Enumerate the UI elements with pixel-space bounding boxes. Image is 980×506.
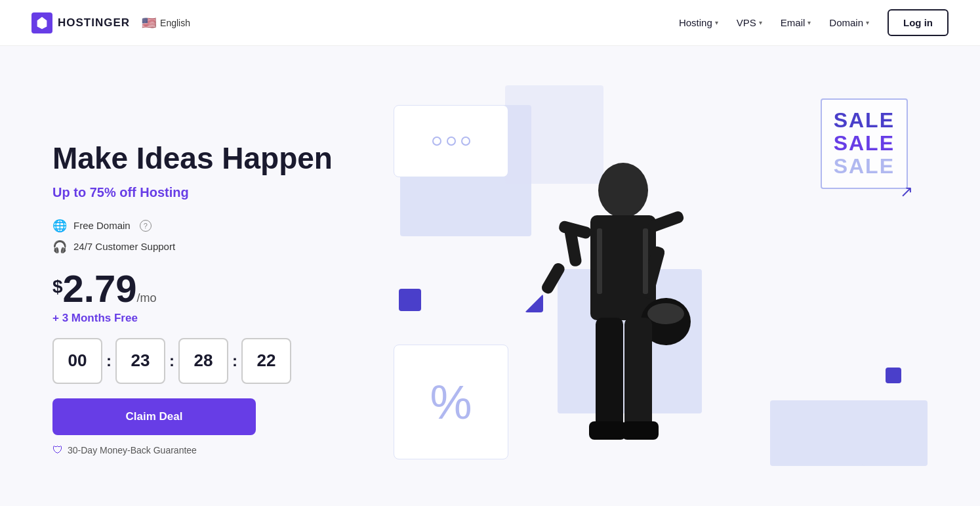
- browser-dot-2: [447, 137, 456, 146]
- countdown-timer: 00 : 23 : 28 : 13: [52, 338, 367, 384]
- browser-dot-1: [432, 137, 441, 146]
- nav-domain[interactable]: Domain ▾: [829, 17, 869, 28]
- sale-text-3: SALE: [834, 155, 895, 178]
- sale-text-1: SALE: [834, 109, 895, 132]
- chevron-down-icon: ▾: [866, 19, 869, 26]
- browser-card: [394, 105, 508, 177]
- nav-left: HOSTINGER 🇺🇸 English: [31, 12, 190, 33]
- svg-point-7: [647, 303, 684, 324]
- lang-label: English: [160, 18, 190, 28]
- nav-hosting[interactable]: Hosting ▾: [679, 17, 718, 28]
- price-block: $2.79/mo: [52, 270, 367, 308]
- hero-title: Make Ideas Happen: [52, 141, 367, 176]
- flag-icon: 🇺🇸: [142, 16, 156, 30]
- timer-centiseconds: 13: [241, 338, 291, 384]
- timer-minutes: 23: [115, 338, 165, 384]
- feature-support: 🎧 24/7 Customer Support: [52, 240, 367, 254]
- price-display: $2.79/mo: [52, 267, 156, 310]
- timer-hours: 00: [52, 338, 102, 384]
- svg-rect-11: [622, 421, 659, 440]
- svg-rect-10: [589, 421, 626, 440]
- question-icon[interactable]: ?: [140, 220, 152, 232]
- sale-text-2: SALE: [834, 132, 895, 155]
- chevron-down-icon: ▾: [759, 19, 762, 26]
- timer-separator: :: [169, 352, 174, 370]
- svg-point-1: [598, 163, 648, 218]
- claim-deal-button[interactable]: Claim Deal: [52, 398, 256, 435]
- svg-rect-15: [540, 261, 567, 295]
- percent-icon: %: [430, 379, 472, 426]
- hero-illustration: %: [394, 85, 928, 506]
- logo-icon: [31, 12, 52, 33]
- svg-rect-13: [643, 228, 648, 294]
- logo-text: HOSTINGER: [58, 16, 130, 30]
- navbar: HOSTINGER 🇺🇸 English Hosting ▾ VPS ▾ Ema…: [0, 0, 980, 46]
- globe-icon: 🌐: [52, 219, 67, 233]
- nav-right: Hosting ▾ VPS ▾ Email ▾ Domain ▾ Log in: [679, 9, 949, 36]
- logo-svg: [35, 16, 49, 30]
- cursor-icon: ↗: [900, 183, 913, 200]
- timer-separator: :: [106, 352, 112, 370]
- free-months-label: + 3 Months Free: [52, 312, 367, 325]
- hero-content: Make Ideas Happen Up to 75% off Hosting …: [52, 141, 367, 456]
- svg-rect-4: [647, 210, 685, 234]
- nav-vps[interactable]: VPS ▾: [737, 17, 762, 28]
- chevron-down-icon: ▾: [715, 19, 718, 26]
- svg-rect-9: [624, 318, 652, 429]
- browser-dots: [432, 137, 470, 146]
- bg-square-accent-3: [886, 368, 901, 383]
- language-selector[interactable]: 🇺🇸 English: [142, 16, 190, 30]
- nav-email[interactable]: Email ▾: [781, 17, 811, 28]
- person-svg: [512, 131, 735, 506]
- hero-section: Make Ideas Happen Up to 75% off Hosting …: [0, 46, 980, 506]
- svg-marker-0: [37, 16, 47, 28]
- bg-square-accent-1: [399, 289, 421, 311]
- currency-symbol: $: [52, 278, 63, 296]
- bg-square-5: [862, 400, 928, 466]
- feature-domain: 🌐 Free Domain ?: [52, 219, 367, 233]
- browser-dot-3: [461, 137, 470, 146]
- percent-card: %: [394, 345, 508, 459]
- svg-rect-12: [597, 228, 602, 294]
- logo[interactable]: HOSTINGER: [31, 12, 130, 33]
- guarantee-text: 🛡 30-Day Money-Back Guarantee: [52, 444, 367, 456]
- shield-icon: 🛡: [52, 444, 63, 456]
- hero-subtitle: Up to 75% off Hosting: [52, 185, 367, 200]
- headset-icon: 🎧: [52, 240, 67, 254]
- svg-rect-8: [596, 318, 623, 429]
- timer-seconds: 28: [178, 338, 228, 384]
- bg-square-4: [770, 400, 875, 466]
- person-illustration: [499, 85, 748, 506]
- login-button[interactable]: Log in: [888, 9, 949, 36]
- chevron-down-icon: ▾: [807, 19, 811, 26]
- sale-box: SALE SALE SALE ↗: [821, 98, 908, 189]
- timer-separator: :: [232, 352, 237, 370]
